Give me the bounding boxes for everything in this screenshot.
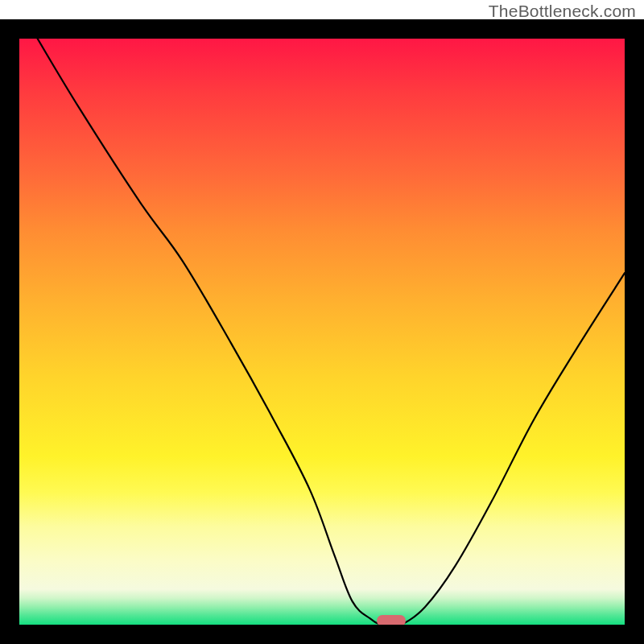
- chart-frame: [0, 19, 644, 644]
- attribution-text: TheBottleneck.com: [489, 2, 636, 21]
